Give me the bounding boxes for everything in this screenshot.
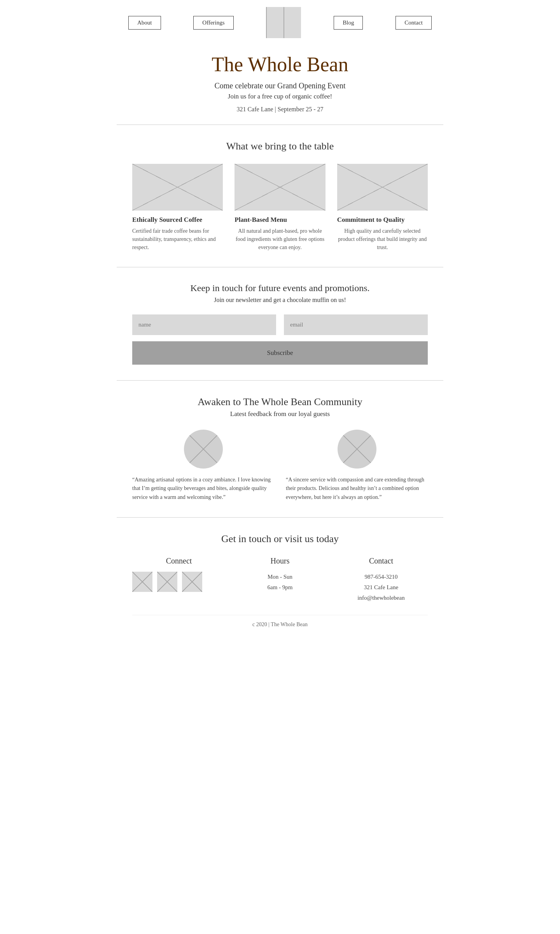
nav-offerings[interactable]: Offerings xyxy=(193,16,233,30)
footer-contact-col: Contact 987-654-3210 321 Cafe Lane info@… xyxy=(334,557,428,603)
social-icons xyxy=(132,572,226,592)
newsletter-fields xyxy=(132,314,428,335)
footer-connect-title: Connect xyxy=(132,557,226,565)
feature-desc-2: All natural and plant-based, pro whole f… xyxy=(234,227,325,251)
newsletter-title: Keep in touch for future events and prom… xyxy=(132,283,428,293)
testimonials-grid: “Amazing artisanal options in a cozy amb… xyxy=(132,430,428,502)
navbar: About Offerings Blog Contact xyxy=(117,0,443,45)
feature-ethically-sourced: Ethically Sourced Coffee Certified fair … xyxy=(132,164,223,251)
email-input[interactable] xyxy=(284,314,428,335)
footer-hours-title: Hours xyxy=(233,557,327,565)
site-title: The Whole Bean xyxy=(132,53,428,76)
newsletter-subtitle: Join our newsletter and get a chocolate … xyxy=(132,297,428,304)
testimonial-2: “A sincere service with compassion and c… xyxy=(286,430,428,502)
nav-blog[interactable]: Blog xyxy=(334,16,363,30)
testimonial-text-1: “Amazing artisanal options in a cozy amb… xyxy=(132,476,274,502)
feature-name-1: Ethically Sourced Coffee xyxy=(132,216,202,224)
community-section: Awaken to The Whole Bean Community Lates… xyxy=(117,381,443,517)
hero-sub2: Join us for a free cup of organic coffee… xyxy=(132,93,428,100)
footer: Get in touch or visit us today Connect H… xyxy=(117,517,443,643)
feature-name-3: Commitment to Quality xyxy=(337,216,405,224)
testimonial-1: “Amazing artisanal options in a cozy amb… xyxy=(132,430,274,502)
social-icon-3[interactable] xyxy=(182,572,202,592)
hero-subtitle: Come celebrate our Grand Opening Event xyxy=(132,81,428,90)
nav-contact[interactable]: Contact xyxy=(396,16,432,30)
footer-hours-col: Hours Mon - Sun 6am - 9pm xyxy=(233,557,327,603)
footer-contact-col-title: Contact xyxy=(334,557,428,565)
community-subtitle: Latest feedback from our loyal guests xyxy=(132,410,428,418)
avatar-2 xyxy=(338,430,376,469)
footer-copyright: c 2020 | The Whole Bean xyxy=(132,615,428,636)
subscribe-button[interactable]: Subscribe xyxy=(132,341,428,365)
name-input[interactable] xyxy=(132,314,276,335)
newsletter-section: Keep in touch for future events and prom… xyxy=(117,267,443,380)
features-section: What we bring to the table Ethically Sou… xyxy=(117,125,443,267)
hero-section: The Whole Bean Come celebrate our Grand … xyxy=(117,45,443,125)
feature-quality: Commitment to Quality High quality and c… xyxy=(337,164,428,251)
feature-desc-1: Certified fair trade coffee beans for su… xyxy=(132,227,223,251)
testimonial-text-2: “A sincere service with compassion and c… xyxy=(286,476,428,502)
feature-name-2: Plant-Based Menu xyxy=(234,216,287,224)
footer-connect-col: Connect xyxy=(132,557,226,603)
footer-contact-title: Get in touch or visit us today xyxy=(132,533,428,545)
features-title: What we bring to the table xyxy=(132,140,428,152)
footer-grid: Connect Hours Mon - Sun 6am - 9pm Contac… xyxy=(132,557,428,603)
community-title: Awaken to The Whole Bean Community xyxy=(132,396,428,408)
footer-contact-details: 987-654-3210 321 Cafe Lane info@thewhole… xyxy=(334,572,428,603)
logo-image xyxy=(266,7,301,38)
feature-image-3 xyxy=(337,164,428,211)
footer-hours-text: Mon - Sun 6am - 9pm xyxy=(233,572,327,593)
nav-about[interactable]: About xyxy=(128,16,161,30)
nav-links: About Offerings Blog Contact xyxy=(128,7,432,38)
feature-image-1 xyxy=(132,164,223,211)
social-icon-2[interactable] xyxy=(157,572,177,592)
feature-desc-3: High quality and carefully selected prod… xyxy=(337,227,428,251)
avatar-1 xyxy=(184,430,223,469)
hero-address: 321 Cafe Lane | September 25 - 27 xyxy=(132,106,428,113)
social-icon-1[interactable] xyxy=(132,572,152,592)
features-grid: Ethically Sourced Coffee Certified fair … xyxy=(132,164,428,251)
feature-image-2 xyxy=(234,164,325,211)
feature-plant-based: Plant-Based Menu All natural and plant-b… xyxy=(234,164,325,251)
